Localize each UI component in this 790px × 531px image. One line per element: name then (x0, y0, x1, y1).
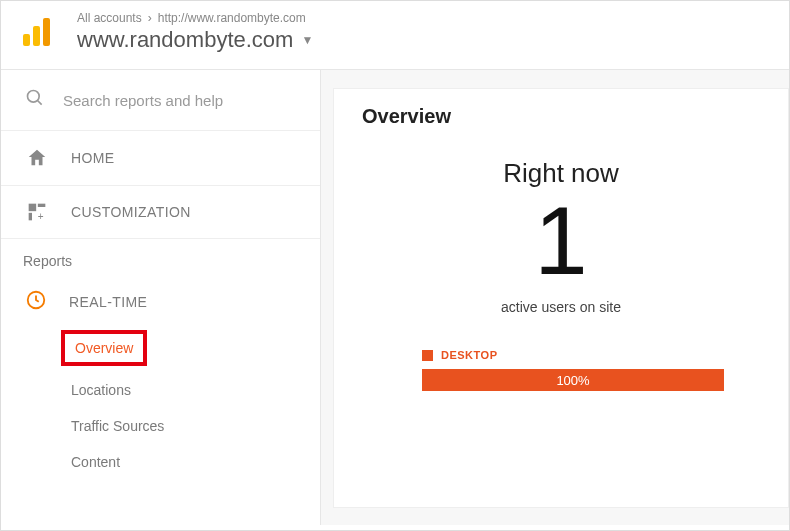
reports-section-label: Reports (1, 239, 320, 279)
search-row[interactable] (1, 70, 320, 131)
legend-desktop-label: DESKTOP (441, 349, 497, 361)
analytics-logo-icon (19, 14, 55, 50)
svg-rect-6 (38, 204, 46, 207)
legend-swatch-icon (422, 350, 433, 361)
body-layout: HOME + CUSTOMIZATION Reports REAL-TIME (1, 70, 789, 525)
realtime-sublist: Overview Locations Traffic Sources Conte… (1, 326, 320, 480)
svg-line-4 (38, 101, 42, 105)
home-icon (25, 147, 49, 169)
clock-icon (25, 289, 47, 314)
nav-customization[interactable]: + CUSTOMIZATION (1, 186, 320, 239)
svg-rect-5 (29, 204, 37, 212)
app-header: All accounts › http://www.randombyte.com… (1, 1, 789, 70)
active-users-count: 1 (362, 193, 760, 289)
caret-down-icon: ▼ (301, 33, 313, 47)
sub-item-locations[interactable]: Locations (71, 372, 320, 408)
property-selector[interactable]: www.randombyte.com ▼ (77, 27, 313, 53)
svg-point-3 (28, 91, 40, 103)
breadcrumb-property-url[interactable]: http://www.randombyte.com (158, 11, 306, 25)
svg-rect-2 (43, 18, 50, 46)
svg-rect-0 (23, 34, 30, 46)
nav-customization-label: CUSTOMIZATION (71, 204, 191, 220)
device-bar: 100% (422, 369, 724, 391)
page-title: Overview (362, 105, 760, 128)
header-titles: All accounts › http://www.randombyte.com… (77, 11, 313, 53)
svg-text:+: + (38, 211, 44, 222)
overview-card: Overview Right now 1 active users on sit… (333, 88, 789, 508)
highlight-overview: Overview (61, 330, 147, 366)
property-name: www.randombyte.com (77, 27, 293, 53)
sidebar: HOME + CUSTOMIZATION Reports REAL-TIME (1, 70, 321, 525)
search-icon (25, 88, 45, 112)
svg-rect-1 (33, 26, 40, 46)
breadcrumb-all-accounts[interactable]: All accounts (77, 11, 142, 25)
sub-item-content[interactable]: Content (71, 444, 320, 480)
dashboard-icon: + (25, 202, 49, 222)
active-users-caption: active users on site (362, 299, 760, 315)
svg-rect-7 (29, 213, 32, 221)
chevron-right-icon: › (148, 11, 152, 25)
device-bar-label: 100% (556, 373, 589, 388)
search-input[interactable] (63, 92, 263, 109)
nav-realtime-label: REAL-TIME (69, 294, 147, 310)
nav-home-label: HOME (71, 150, 115, 166)
nav-home[interactable]: HOME (1, 131, 320, 186)
device-legend: DESKTOP (362, 349, 760, 361)
main-area: Overview Right now 1 active users on sit… (321, 70, 789, 525)
breadcrumb[interactable]: All accounts › http://www.randombyte.com (77, 11, 313, 25)
sub-item-traffic-sources[interactable]: Traffic Sources (71, 408, 320, 444)
sub-item-overview[interactable]: Overview (65, 334, 143, 362)
nav-realtime[interactable]: REAL-TIME (1, 279, 320, 326)
right-now-label: Right now (362, 158, 760, 189)
